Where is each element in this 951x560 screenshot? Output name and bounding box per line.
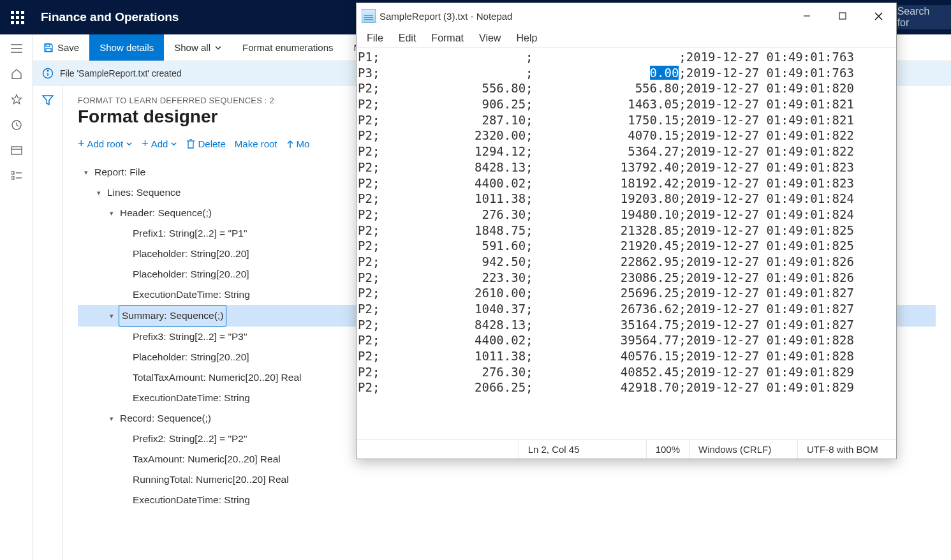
show-all-button[interactable]: Show all — [164, 34, 232, 61]
delete-button[interactable]: Delete — [186, 138, 225, 149]
make-root-button[interactable]: Make root — [235, 138, 277, 149]
text-line: P2; 4400.02; 18192.42;2019-12-27 01:49:0… — [358, 175, 895, 191]
tree-node-label: ExecutionDateTime: String — [131, 388, 251, 408]
menu-format[interactable]: Format — [425, 31, 470, 45]
plus-icon: + — [78, 137, 85, 151]
delete-label: Delete — [198, 138, 225, 149]
save-icon — [43, 43, 54, 53]
text-line: P1; ; ;2019-12-27 01:49:01:763 — [358, 49, 895, 65]
svg-rect-10 — [11, 177, 14, 179]
notepad-titlebar[interactable]: SampleReport (3).txt - Notepad — [357, 3, 896, 29]
tree-node-label: Placeholder: String[20..20] — [131, 244, 251, 264]
caret-down-icon[interactable]: ▾ — [82, 162, 91, 182]
search-placeholder: Search for — [897, 6, 943, 29]
left-nav-rail — [0, 34, 33, 560]
add-button[interactable]: +Add — [142, 137, 177, 151]
caret-down-icon[interactable]: ▾ — [94, 182, 103, 203]
status-eol: Windows (CRLF) — [689, 440, 797, 459]
chevron-down-icon — [126, 140, 133, 147]
text-line: P2; 1848.75; 21328.85;2019-12-27 01:49:0… — [358, 223, 895, 239]
format-enumerations-button[interactable]: Format enumerations — [232, 34, 344, 61]
save-label: Save — [57, 42, 79, 53]
text-line: P2; 2610.00; 25696.25;2019-12-27 01:49:0… — [358, 285, 895, 301]
text-line: P2; 287.10; 1750.15;2019-12-27 01:49:01:… — [358, 112, 895, 128]
modules-icon[interactable] — [10, 170, 23, 182]
tree-node-label: ExecutionDateTime: String — [131, 490, 251, 510]
text-line: P2; 556.80; 556.80;2019-12-27 01:49:01:8… — [358, 80, 895, 96]
close-button[interactable] — [860, 3, 896, 29]
info-icon — [42, 68, 54, 79]
menu-file[interactable]: File — [360, 31, 390, 45]
waffle-icon — [11, 11, 24, 24]
tree-node-label: Summary: Sequence(;) — [119, 305, 226, 327]
maximize-icon — [839, 12, 846, 20]
window-controls — [789, 3, 896, 29]
selected-text: 0.00 — [650, 66, 679, 80]
tree-node-label: Lines: Sequence — [106, 182, 182, 203]
star-icon[interactable] — [10, 93, 23, 106]
tree-node-label: Placeholder: String[20..20] — [131, 347, 251, 367]
chevron-down-icon — [170, 140, 177, 147]
filter-icon[interactable] — [42, 94, 54, 106]
text-line: P2; 2066.25; 42918.70;2019-12-27 01:49:0… — [358, 379, 895, 395]
add-label: Add — [151, 138, 168, 149]
workspace-icon[interactable] — [10, 144, 23, 157]
notification-text: File 'SampleReport.txt' created — [60, 68, 182, 78]
move-button[interactable]: Mo — [286, 138, 310, 149]
status-position: Ln 2, Col 45 — [519, 440, 646, 459]
text-line: P2; 276.30; 40852.45;2019-12-27 01:49:01… — [358, 364, 895, 380]
text-line: P2; 591.60; 21920.45;2019-12-27 01:49:01… — [358, 238, 895, 254]
add-root-label: Add root — [87, 138, 124, 149]
svg-point-17 — [47, 70, 48, 71]
filter-strip — [33, 85, 63, 560]
tree-node-label: Placeholder: String[20..20] — [131, 264, 251, 284]
home-icon[interactable] — [10, 68, 23, 80]
plus-icon: + — [142, 137, 149, 151]
show-details-label: Show details — [100, 42, 154, 53]
menu-edit[interactable]: Edit — [392, 31, 423, 45]
tree-node-label: Header: Sequence(;) — [119, 203, 213, 223]
app-launcher-button[interactable] — [0, 0, 34, 34]
arrow-up-icon — [286, 140, 294, 149]
text-line: P2; 942.50; 22862.95;2019-12-27 01:49:01… — [358, 254, 895, 270]
svg-marker-5 — [11, 95, 21, 104]
show-details-button[interactable]: Show details — [89, 34, 164, 61]
caret-down-icon[interactable]: ▾ — [107, 408, 116, 429]
notepad-title-text: SampleReport (3).txt - Notepad — [380, 11, 512, 22]
tree-node-label: RunningTotal: Numeric[20..20] Real — [131, 469, 290, 490]
text-line: P2; 276.30; 19480.10;2019-12-27 01:49:01… — [358, 207, 895, 223]
notepad-text-area[interactable]: P1; ; ;2019-12-27 01:49:01:763P3; ; 0.00… — [357, 48, 896, 439]
tree-node-label: ExecutionDateTime: String — [131, 284, 251, 305]
svg-rect-9 — [11, 172, 14, 174]
tree-node-label: TaxAmount: Numeric[20..20] Real — [131, 449, 282, 469]
text-line: P3; ; 0.00;2019-12-27 01:49:01:763 — [358, 65, 895, 81]
tree-node-label: Record: Sequence(;) — [119, 408, 212, 429]
text-line: P2; 1040.37; 26736.62;2019-12-27 01:49:0… — [358, 301, 895, 317]
menu-help[interactable]: Help — [510, 31, 543, 45]
caret-down-icon[interactable]: ▾ — [107, 306, 116, 326]
minimize-button[interactable] — [789, 3, 825, 29]
close-icon — [874, 12, 883, 20]
recent-icon[interactable] — [10, 119, 23, 131]
text-line: P2; 906.25; 1463.05;2019-12-27 01:49:01:… — [358, 96, 895, 112]
format-enum-label: Format enumerations — [242, 42, 334, 53]
notepad-menu: File Edit Format View Help — [357, 29, 896, 48]
status-encoding: UTF-8 with BOM — [797, 440, 896, 459]
svg-rect-7 — [11, 147, 22, 154]
svg-marker-18 — [43, 96, 53, 105]
svg-rect-22 — [839, 13, 846, 19]
text-line: P2; 223.30; 23086.25;2019-12-27 01:49:01… — [358, 270, 895, 286]
text-line: P2; 4400.02; 39564.77;2019-12-27 01:49:0… — [358, 332, 895, 348]
show-all-label: Show all — [174, 42, 210, 53]
text-line: P2; 8428.13; 13792.40;2019-12-27 01:49:0… — [358, 159, 895, 175]
tree-node[interactable]: RunningTotal: Numeric[20..20] Real — [78, 469, 936, 490]
menu-view[interactable]: View — [473, 31, 507, 45]
save-button[interactable]: Save — [33, 34, 89, 61]
text-line: P2; 1011.38; 19203.80;2019-12-27 01:49:0… — [358, 191, 895, 207]
add-root-button[interactable]: +Add root — [78, 137, 133, 151]
hamburger-icon[interactable] — [10, 42, 23, 55]
caret-down-icon[interactable]: ▾ — [107, 203, 116, 223]
tree-node[interactable]: ExecutionDateTime: String — [78, 490, 936, 510]
text-line: P2; 1011.38; 40576.15;2019-12-27 01:49:0… — [358, 348, 895, 364]
maximize-button[interactable] — [825, 3, 860, 29]
